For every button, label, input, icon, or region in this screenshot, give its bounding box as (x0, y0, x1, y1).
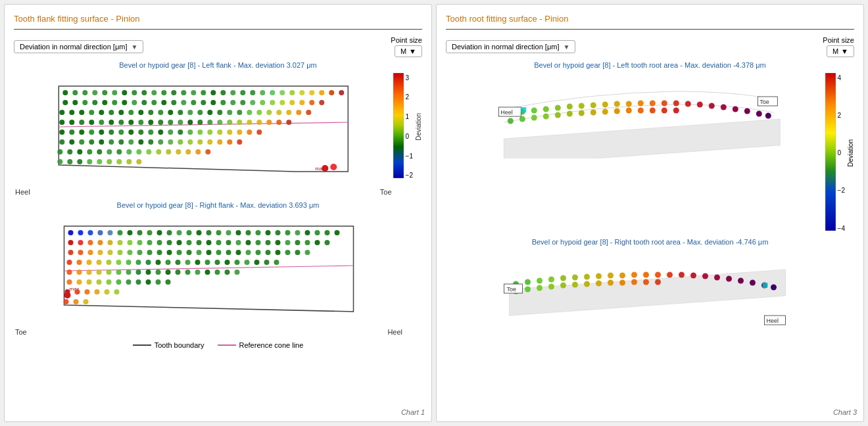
svg-point-56 (299, 100, 304, 105)
svg-point-89 (99, 120, 104, 125)
svg-point-338 (662, 101, 667, 106)
svg-point-24 (270, 90, 275, 95)
svg-point-393 (771, 285, 777, 291)
svg-point-333 (602, 102, 608, 108)
right-chart1-area: Heel Toe (446, 73, 854, 233)
svg-point-395 (525, 287, 531, 293)
svg-point-81 (276, 110, 281, 115)
svg-rect-411 (763, 283, 768, 288)
svg-point-349 (519, 116, 525, 122)
svg-text:Heel: Heel (767, 318, 779, 324)
svg-point-332 (591, 103, 596, 108)
svg-point-91 (118, 120, 124, 125)
svg-point-329 (555, 105, 561, 111)
svg-point-321 (74, 299, 79, 304)
svg-point-391 (750, 280, 756, 286)
svg-point-129 (256, 130, 262, 135)
svg-point-319 (114, 289, 120, 295)
svg-point-207 (325, 230, 330, 235)
svg-point-373 (537, 278, 542, 284)
left-chart1-axis: Heel Toe (14, 188, 393, 196)
svg-point-33 (72, 100, 78, 105)
right-colorbar: 4 2 0 −2 −4 Deviation (825, 73, 854, 233)
right-controls-row: Deviation in normal direction [μm] ▼ Poi… (446, 36, 854, 57)
svg-point-282 (274, 260, 279, 265)
svg-point-285 (87, 270, 92, 275)
svg-point-357 (614, 108, 620, 114)
svg-point-13 (161, 90, 166, 95)
svg-point-377 (584, 274, 590, 280)
svg-point-203 (285, 230, 291, 235)
svg-point-212 (98, 240, 103, 245)
svg-point-339 (673, 101, 679, 106)
svg-point-103 (237, 120, 242, 125)
svg-point-182 (78, 230, 84, 235)
svg-point-266 (116, 260, 122, 265)
svg-point-143 (187, 139, 193, 145)
svg-point-136 (118, 139, 124, 145)
svg-point-45 (191, 100, 196, 105)
svg-point-230 (276, 240, 281, 245)
svg-point-95 (158, 120, 163, 125)
left-chart1-subtitle: Bevel or hypoid gear [8] - Left flank - … (14, 61, 422, 69)
svg-point-302 (77, 279, 82, 285)
svg-point-350 (531, 115, 537, 121)
svg-point-258 (285, 250, 291, 255)
svg-point-50 (240, 100, 245, 105)
svg-point-47 (210, 100, 216, 105)
svg-point-123 (197, 130, 203, 135)
svg-point-82 (286, 110, 291, 115)
right-point-size-btn[interactable]: M ▼ (827, 45, 854, 57)
svg-point-267 (126, 260, 132, 265)
svg-point-208 (335, 230, 340, 235)
left-point-size-group: Point size M ▼ (391, 36, 422, 57)
svg-point-277 (225, 260, 230, 265)
svg-point-305 (107, 279, 112, 285)
svg-point-359 (638, 108, 644, 114)
svg-point-92 (128, 120, 133, 125)
svg-point-6 (92, 90, 97, 95)
svg-point-281 (264, 260, 270, 265)
legend-reference: Reference cone line (218, 341, 304, 349)
svg-point-112 (89, 130, 94, 135)
svg-point-360 (650, 108, 656, 114)
svg-point-195 (206, 230, 212, 235)
svg-point-202 (276, 230, 281, 235)
svg-point-69 (158, 110, 163, 115)
svg-point-253 (236, 250, 241, 255)
left-point-size-btn[interactable]: M ▼ (395, 45, 422, 57)
svg-point-255 (256, 250, 261, 255)
svg-point-188 (137, 230, 143, 235)
svg-point-36 (102, 100, 107, 105)
svg-point-276 (215, 260, 220, 265)
left-deviation-dropdown[interactable]: Deviation in normal direction [μm] ▼ (14, 40, 143, 53)
svg-point-20 (230, 90, 235, 95)
svg-point-35 (92, 100, 97, 105)
svg-point-300 (235, 270, 240, 275)
svg-point-404 (631, 279, 637, 285)
svg-point-88 (89, 120, 94, 125)
svg-point-361 (662, 108, 667, 114)
svg-point-399 (572, 282, 578, 288)
svg-point-344 (733, 106, 738, 112)
svg-point-117 (138, 130, 143, 135)
svg-point-63 (99, 110, 104, 115)
left-chart2-area: max Toe Heel (14, 213, 422, 336)
svg-point-382 (643, 272, 649, 278)
svg-point-97 (178, 120, 183, 125)
svg-point-154 (107, 149, 112, 154)
svg-point-346 (756, 111, 762, 117)
svg-point-65 (118, 110, 124, 115)
svg-point-108 (286, 120, 291, 125)
left-root-svg: Heel Toe (446, 73, 825, 158)
svg-point-46 (201, 100, 206, 105)
svg-point-110 (69, 130, 74, 135)
svg-point-355 (591, 110, 596, 116)
svg-point-380 (619, 273, 625, 279)
svg-point-21 (240, 90, 245, 95)
svg-point-251 (216, 250, 222, 255)
svg-point-40 (141, 100, 147, 105)
right-deviation-dropdown[interactable]: Deviation in normal direction [μm] ▼ (446, 40, 575, 53)
svg-point-222 (197, 240, 202, 245)
left-chart-number: Chart 1 (401, 408, 425, 416)
